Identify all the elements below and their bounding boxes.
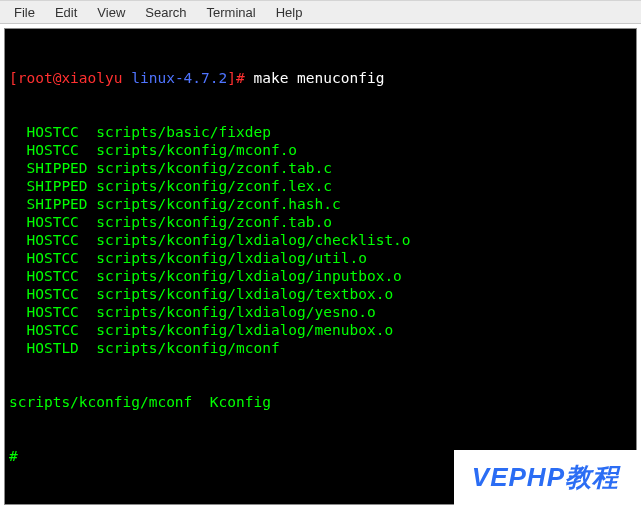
compile-path: scripts/kconfig/zconf.tab.o [96, 214, 332, 230]
prompt-bracket-close: ]# [227, 70, 253, 86]
compile-line: HOSTCC scripts/kconfig/lxdialog/inputbox… [9, 267, 630, 285]
terminal-viewport[interactable]: [root@xiaolyu linux-4.7.2]# make menucon… [4, 28, 637, 505]
compile-tag: HOSTCC [9, 250, 96, 266]
compile-tag: HOSTCC [9, 214, 96, 230]
compile-path: scripts/kconfig/mconf [96, 340, 279, 356]
menu-search[interactable]: Search [135, 3, 196, 22]
compile-line: SHIPPED scripts/kconfig/zconf.tab.c [9, 159, 630, 177]
typed-command: make menuconfig [253, 70, 384, 86]
compile-line: HOSTCC scripts/kconfig/lxdialog/menubox.… [9, 321, 630, 339]
compile-tag: HOSTCC [9, 322, 96, 338]
prompt-cwd: linux-4.7.2 [131, 70, 227, 86]
prompt-line-1: [root@xiaolyu linux-4.7.2]# make menucon… [9, 69, 630, 87]
compile-line: HOSTLD scripts/kconfig/mconf [9, 339, 630, 357]
compile-line: SHIPPED scripts/kconfig/zconf.hash.c [9, 195, 630, 213]
compile-tag: HOSTCC [9, 142, 96, 158]
compile-tag: HOSTCC [9, 286, 96, 302]
compile-path: scripts/basic/fixdep [96, 124, 271, 140]
compile-line: HOSTCC scripts/basic/fixdep [9, 123, 630, 141]
menu-edit[interactable]: Edit [45, 3, 87, 22]
menu-view[interactable]: View [87, 3, 135, 22]
compile-line: HOSTCC scripts/kconfig/mconf.o [9, 141, 630, 159]
menu-help[interactable]: Help [266, 3, 313, 22]
compile-tag: SHIPPED [9, 196, 96, 212]
prompt-bracket-open: [ [9, 70, 18, 86]
compile-line: HOSTCC scripts/kconfig/lxdialog/checklis… [9, 231, 630, 249]
terminal-menubar: File Edit View Search Terminal Help [0, 0, 641, 24]
exec-line: scripts/kconfig/mconf Kconfig [9, 393, 630, 411]
compile-line: HOSTCC scripts/kconfig/lxdialog/yesno.o [9, 303, 630, 321]
prompt-space [123, 70, 132, 86]
compile-tag: HOSTCC [9, 124, 96, 140]
compile-path: scripts/kconfig/lxdialog/checklist.o [96, 232, 410, 248]
compile-line: HOSTCC scripts/kconfig/zconf.tab.o [9, 213, 630, 231]
menu-terminal[interactable]: Terminal [197, 3, 266, 22]
compile-path: scripts/kconfig/zconf.lex.c [96, 178, 332, 194]
prompt-user-host: root@xiaolyu [18, 70, 123, 86]
compile-path: scripts/kconfig/zconf.hash.c [96, 196, 340, 212]
compile-path: scripts/kconfig/zconf.tab.c [96, 160, 332, 176]
compile-line: SHIPPED scripts/kconfig/zconf.lex.c [9, 177, 630, 195]
compile-line: HOSTCC scripts/kconfig/lxdialog/util.o [9, 249, 630, 267]
compile-tag: SHIPPED [9, 160, 96, 176]
compile-tag: HOSTCC [9, 232, 96, 248]
menu-file[interactable]: File [4, 3, 45, 22]
compile-path: scripts/kconfig/lxdialog/yesno.o [96, 304, 375, 320]
compile-path: scripts/kconfig/mconf.o [96, 142, 297, 158]
compile-path: scripts/kconfig/lxdialog/util.o [96, 250, 367, 266]
compile-tag: HOSTCC [9, 268, 96, 284]
watermark-label: VEPHP教程 [454, 450, 637, 505]
compile-path: scripts/kconfig/lxdialog/textbox.o [96, 286, 393, 302]
compile-path: scripts/kconfig/lxdialog/menubox.o [96, 322, 393, 338]
compile-tag: HOSTCC [9, 304, 96, 320]
compile-tag: HOSTLD [9, 340, 96, 356]
compile-path: scripts/kconfig/lxdialog/inputbox.o [96, 268, 402, 284]
compile-tag: SHIPPED [9, 178, 96, 194]
compile-line: HOSTCC scripts/kconfig/lxdialog/textbox.… [9, 285, 630, 303]
